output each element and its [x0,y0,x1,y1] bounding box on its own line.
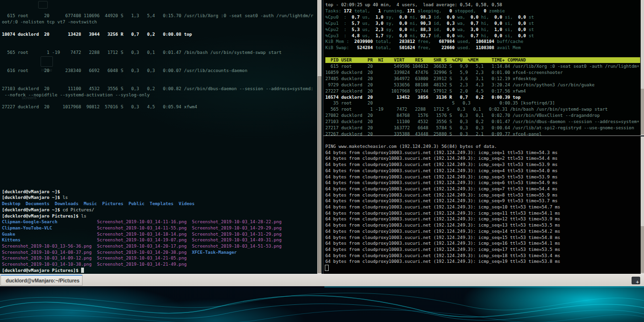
terminal-line: 64 bytes from cloudproxy10003.sucuri.net… [325,222,640,228]
terminal-line: 64 bytes from cloudproxy10003.sucuri.net… [325,156,640,161]
terminal-line: 27217 ducklord 20 163772 6648 5784 S 0,3… [325,125,640,131]
terminal-line: 27227 ducklord 20 1017968 90812 57016 S … [2,104,315,110]
terminal-line: 565 root 1 -19 7472 2288 1712 S 0,3 0,1 … [2,50,315,55]
terminal-line: Clipman-YouTube-VLC Screenshot_2019-10-0… [2,225,315,231]
terminal-line: Desktop Documents Downloads Music Pictur… [2,201,315,207]
terminal-line: Clipman-Google-Search Screenshot_2019-10… [2,219,315,225]
terminal-line: oot/:0 -nolisten tcp vt7 -novtswitch [2,19,315,25]
terminal-line: 16859 ducklord 20 339824 47476 32996 S 5… [325,70,640,75]
left-terminal-scrollbar[interactable] [317,0,322,274]
terminal-line: 64 bytes from cloudproxy10003.sucuri.net… [325,259,640,264]
terminal-line: PID USER PR NI VIRT RES SHR S %CPU %MEM … [325,57,640,63]
terminal-line: [ducklord@vManjaro Pictures]$ ls [2,213,315,219]
terminal-line: KiB Swap: 524284 total, 501624 free, 226… [325,45,640,51]
tray-window-icon[interactable]: + [632,277,640,284]
terminal-line: 64 bytes from cloudproxy10003.sucuri.net… [325,186,640,192]
terminal-line: 565 root 1 -19 7472 2288 1712 S 0,3 0,1 … [325,106,640,112]
terminal-line: [ducklord@vManjaro ~]$ cd Pictures/ [2,207,315,213]
terminal-line: Screenshot_2019-10-03_14-09-12.png Scree… [2,255,315,261]
terminal-line: 616 root 20 238340 6692 6048 S 0,3 0,3 0… [2,68,315,73]
terminal-line: 27082 ducklord 20 84768 1576 1576 S 0,3 … [325,113,640,118]
terminal-line: 35 root 20 S 0,3 0:00.35 [ksoftirqd/3] [325,100,640,106]
terminal-line: 64 bytes from cloudproxy10003.sucuri.net… [325,210,640,216]
left-terminal-content: 615 root 20 677408 110696 44920 S 1,3 5,… [0,0,316,274]
terminal-line: %Cpu1 : 5,7 us, 3,0 sy, 0,0 ni, 90,3 id,… [325,21,640,26]
terminal-line: 64 bytes from cloudproxy10003.sucuri.net… [325,180,640,186]
task-button-terminal[interactable]: ducklord@vManjaro:~/Pictures [0,275,83,286]
terminal-line: 16574 ducklord 20 13452 3856 3136 R 0,7 … [325,94,640,100]
top-terminal-content: top - 02:09:25 up 40 min, 4 users, load … [323,0,641,135]
terminal-line: Kittens Screenshot_2019-10-03_14-19-07.p… [2,237,315,243]
terminal-line: 64 bytes from cloudproxy10003.sucuri.net… [325,162,640,167]
terminal-line: Screenshot_2019-10-03_14-10-38.png Scree… [2,261,315,267]
terminal-line: Guake Screenshot_2019-10-03_14-18-14.png… [2,231,315,237]
terminal-line: 64 bytes from cloudproxy10003.sucuri.net… [325,174,640,180]
terminal-line: 27103 ducklord 20 11100 4532 3556 S 0,3 … [325,119,640,125]
terminal-line: 9729 ducklord 20 533656 88188 48152 S 2,… [325,82,640,88]
terminal-line [325,265,640,270]
terminal-line: Tasks: 172 total, 1 running, 171 sleepin… [325,8,640,14]
terminal-line: PING www.maketecheasier.com (192.124.249… [325,144,640,149]
ping-terminal-content: PING www.maketecheasier.com (192.124.249… [323,136,641,274]
terminal-line: 64 bytes from cloudproxy10003.sucuri.net… [325,229,640,234]
terminal-line: 64 bytes from cloudproxy10003.sucuri.net… [325,216,640,222]
terminal-line: --nofork --nopidfile --systemd-activatio… [2,92,315,98]
terminal-line: KiB Mem : 2039900 total, 283812 free, 68… [325,39,640,44]
terminal-line: 27227 ducklord 20 1017968 91744 57912 S … [325,88,640,94]
terminal-line: [ducklord@vManjaro Pictures]$ [2,268,315,273]
terminal-line: 64 bytes from cloudproxy10003.sucuri.net… [325,240,640,246]
top-terminal-window[interactable]: top - 02:09:25 up 40 min, 4 users, load … [323,0,641,136]
terminal-line: %Cpu0 : 0,7 us, 1,0 sy, 0,0 ni, 98,3 id,… [325,14,640,20]
terminal-line: 64 bytes from cloudproxy10003.sucuri.net… [325,168,640,174]
top-terminal-scrollbar-thumb[interactable] [641,89,644,135]
terminal-line: 27103 ducklord 20 11100 4532 3556 S 0,3 … [2,86,315,92]
plus-icon: + [635,280,639,284]
terminal-line: 64 bytes from cloudproxy10003.sucuri.net… [325,253,640,259]
terminal-line: [ducklord@vManjaro ~]$ ls [2,195,315,200]
terminal-line: %Cpu2 : 5,3 us, 2,3 sy, 0,0 ni, 88,3 id,… [325,27,640,32]
terminal-line: 64 bytes from cloudproxy10003.sucuri.net… [325,192,640,198]
terminal-line: %Cpu3 : 4,8 us, 1,7 sy, 0,0 ni, 92,7 id,… [325,33,640,39]
terminal-line: 27485 ducklord 20 364972 63800 23912 S 3… [325,76,640,82]
terminal-line: 64 bytes from cloudproxy10003.sucuri.net… [325,235,640,240]
terminal-line: 615 root 20 549596 104612 36632 S 9,9 5,… [325,63,640,69]
ping-terminal-scrollbar[interactable] [641,136,644,274]
terminal-line: 64 bytes from cloudproxy10003.sucuri.net… [325,204,640,210]
terminal-line: 64 bytes from cloudproxy10003.sucuri.net… [325,198,640,204]
left-terminal-window[interactable]: Home Screens 615 root 20 677408 110696 4… [0,0,322,274]
terminal-line: [ducklord@vManjaro ~]$ [2,189,315,195]
ping-terminal-window[interactable]: PING www.maketecheasier.com (192.124.249… [323,136,641,274]
terminal-line: 27267 ducklord 20 335388 43448 25880 S 0… [325,131,640,135]
top-terminal-scrollbar[interactable] [641,0,644,135]
terminal-line: Screenshot_2019-10-03_13-56-36.png Scree… [2,243,315,249]
terminal-line: Screenshot_2019-10-03_14-08-37.png Scree… [2,249,315,255]
terminal-line: 64 bytes from cloudproxy10003.sucuri.net… [325,247,640,252]
terminal-line: 615 root 20 677408 110696 44920 S 1,3 5,… [2,13,315,19]
ping-terminal-scrollbar-thumb[interactable] [641,226,644,273]
terminal-line: top - 02:09:25 up 40 min, 4 users, load … [325,2,640,8]
taskbar: ducklord@vManjaro:~/Pictures + [0,274,644,286]
terminal-line: 10074 ducklord 20 13428 3944 3256 R 0,7 … [2,31,315,37]
left-terminal-scrollbar-thumb[interactable] [318,76,322,273]
terminal-line: 64 bytes from cloudproxy10003.sucuri.net… [325,150,640,156]
